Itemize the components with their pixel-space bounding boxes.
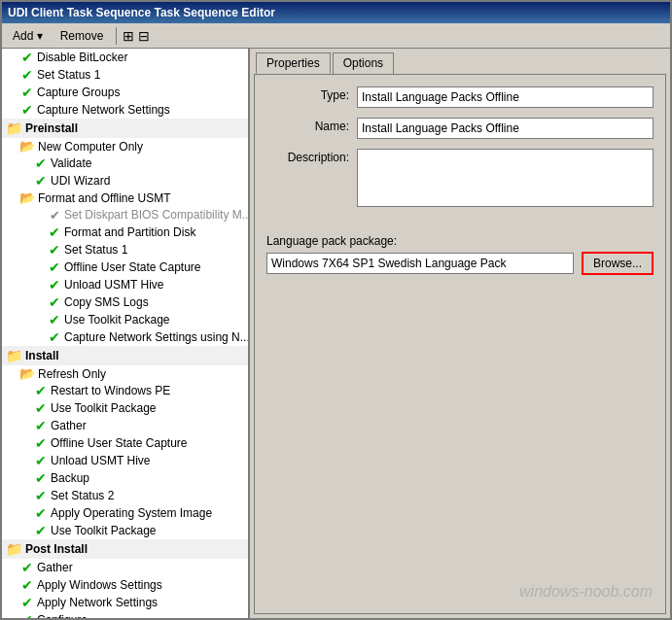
folder-icon: 📂 — [19, 139, 35, 154]
main-window: UDI Client Task Sequence Task Sequence E… — [0, 0, 672, 620]
section-label: Post Install — [25, 542, 88, 556]
tree-item-validate[interactable]: ✔Validate — [2, 155, 248, 172]
tree-item-offline-user-capture[interactable]: ✔Offline User State Capture — [2, 258, 248, 276]
tree-item-label: Offline User State Capture — [64, 260, 201, 274]
type-label: Type: — [266, 86, 349, 102]
tab-bar: Properties Options — [250, 49, 670, 74]
remove-button[interactable]: Remove — [53, 26, 111, 46]
tree-item-label: Use Toolkit Package — [51, 524, 157, 537]
description-label: Description: — [266, 149, 349, 164]
folder-icon: 📁 — [6, 541, 22, 557]
section-label: Preinstall — [25, 121, 78, 135]
tree-item-label: Copy SMS Logs — [64, 295, 149, 309]
check-icon: ✔ — [19, 612, 35, 618]
tree-item-label: Unload USMT Hive — [51, 454, 150, 467]
lang-pack-row: Browse... — [266, 252, 654, 275]
tree-item-use-toolkit-pkg[interactable]: ✔Use Toolkit Package — [2, 311, 248, 328]
tree-item-disable-bitlocker[interactable]: ✔Disable BitLocker — [2, 49, 248, 66]
tree-item-new-computer-only[interactable]: 📂New Computer Only — [2, 138, 248, 155]
tree-item-refresh-only[interactable]: 📂Refresh Only — [2, 365, 248, 382]
check-icon: ✔ — [19, 102, 35, 118]
tree-item-label: Configure — [37, 613, 88, 618]
tree-item-label: Format and Offline USMT — [38, 191, 171, 205]
folder-icon: 📁 — [6, 121, 22, 136]
check-icon: ✔ — [33, 505, 49, 521]
tree-item-label: Use Toolkit Package — [51, 401, 157, 415]
folder-icon: 📂 — [19, 190, 35, 205]
toolbar: Add ▾ Remove ⊞ ⊟ — [2, 23, 670, 49]
check-icon: ✔ — [19, 560, 35, 575]
lang-pack-input[interactable] — [266, 253, 574, 274]
check-icon: ✔ — [33, 470, 49, 486]
tree-item-set-status-1b[interactable]: ✔Set Status 1 — [2, 241, 248, 258]
tree-item-label: Unload USMT Hive — [64, 278, 163, 292]
tree-item-apply-network-settings[interactable]: ✔Apply Network Settings — [2, 594, 248, 611]
tree-item-install-header[interactable]: 📁Install — [2, 346, 248, 365]
tree-item-label: Restart to Windows PE — [51, 384, 170, 397]
description-row: Description: — [266, 149, 654, 207]
tree-item-unload-usmt-hive[interactable]: ✔Unload USMT Hive — [2, 276, 248, 293]
tree-item-capture-groups[interactable]: ✔Capture Groups — [2, 84, 248, 101]
tree-item-label: Gather — [51, 419, 87, 432]
tree-item-set-diskpart[interactable]: ✔Set Diskpart BIOS Compatibility M... — [2, 206, 248, 224]
tree-item-apply-windows-settings[interactable]: ✔Apply Windows Settings — [2, 576, 248, 594]
tree-item-label: Format and Partition Disk — [64, 225, 195, 239]
check-icon: ✔ — [19, 67, 35, 83]
add-button[interactable]: Add ▾ — [6, 26, 50, 46]
toolbar-separator — [116, 27, 117, 45]
check-icon: ✔ — [47, 277, 62, 293]
tree-item-use-toolkit-pkg2[interactable]: ✔Use Toolkit Package — [2, 399, 248, 417]
tree-item-gather[interactable]: ✔Gather — [2, 417, 248, 434]
tree-item-capture-network[interactable]: ✔Capture Network Settings — [2, 101, 248, 119]
main-content: ✔Disable BitLocker✔Set Status 1✔Capture … — [2, 49, 670, 618]
name-input[interactable] — [357, 118, 654, 139]
tree-item-restart-windows-pe[interactable]: ✔Restart to Windows PE — [2, 382, 248, 399]
type-input[interactable] — [357, 86, 654, 108]
tree-item-gather2[interactable]: ✔Gather — [2, 559, 248, 576]
tree-item-label: Backup — [51, 471, 89, 485]
tree-item-label: Apply Operating System Image — [51, 506, 212, 520]
check-icon: ✔ — [47, 294, 62, 310]
check-icon: ✔ — [47, 259, 62, 275]
window-title: UDI Client Task Sequence Task Sequence E… — [8, 6, 275, 19]
properties-panel: Properties Options Type: Name: Descripti… — [250, 49, 670, 618]
browse-button[interactable]: Browse... — [582, 252, 654, 275]
tab-properties[interactable]: Properties — [256, 52, 331, 74]
check-icon: ✔ — [33, 173, 49, 189]
tree-item-label: Validate — [51, 156, 91, 170]
tree-item-unload-usmt-hive2[interactable]: ✔Unload USMT Hive — [2, 452, 248, 469]
check-icon: ✔ — [19, 595, 35, 610]
tree-item-post-install-header[interactable]: 📁Post Install — [2, 539, 248, 559]
tab-options[interactable]: Options — [333, 52, 394, 74]
tree-item-capture-net-settings[interactable]: ✔Capture Network Settings using N... — [2, 328, 248, 346]
tree-item-label: Capture Groups — [37, 86, 120, 99]
tree-item-copy-sms-logs[interactable]: ✔Copy SMS Logs — [2, 293, 248, 311]
toolbar-icon-2[interactable]: ⊟ — [138, 28, 150, 44]
description-input[interactable] — [357, 149, 654, 207]
tree-item-udi-wizard[interactable]: ✔UDI Wizard — [2, 172, 248, 189]
tree-item-label: Set Status 1 — [37, 68, 100, 82]
type-row: Type: — [266, 86, 654, 108]
tree-item-preinstall-header[interactable]: 📁Preinstall — [2, 119, 248, 138]
tree-item-use-toolkit-pkg3[interactable]: ✔Use Toolkit Package — [2, 522, 248, 539]
tree-item-configure[interactable]: ✔Configure — [2, 611, 248, 618]
tree-item-label: Set Diskpart BIOS Compatibility M... — [64, 208, 248, 222]
tree-item-offline-user-capture2[interactable]: ✔Offline User State Capture — [2, 434, 248, 452]
tree-item-apply-os-image[interactable]: ✔Apply Operating System Image — [2, 504, 248, 522]
check-icon: ✔ — [33, 523, 49, 538]
check-icon: ✔ — [19, 577, 35, 593]
tree-item-label: Refresh Only — [38, 367, 106, 381]
check-icon: ✔ — [47, 207, 62, 223]
tree-item-backup[interactable]: ✔Backup — [2, 469, 248, 487]
toolbar-icon-1[interactable]: ⊞ — [123, 28, 134, 44]
tree-item-set-status-1a[interactable]: ✔Set Status 1 — [2, 66, 248, 84]
check-icon: ✔ — [33, 155, 49, 171]
tree-item-set-status-2[interactable]: ✔Set Status 2 — [2, 487, 248, 504]
section-label: Install — [25, 349, 59, 362]
tree-item-format-partition[interactable]: ✔Format and Partition Disk — [2, 224, 248, 241]
tree-item-label: Gather — [37, 561, 73, 574]
tree-item-label: New Computer Only — [38, 140, 143, 154]
folder-icon: 📂 — [19, 366, 35, 381]
check-icon: ✔ — [47, 312, 62, 327]
tree-item-format-offline-usmt[interactable]: 📂Format and Offline USMT — [2, 189, 248, 206]
